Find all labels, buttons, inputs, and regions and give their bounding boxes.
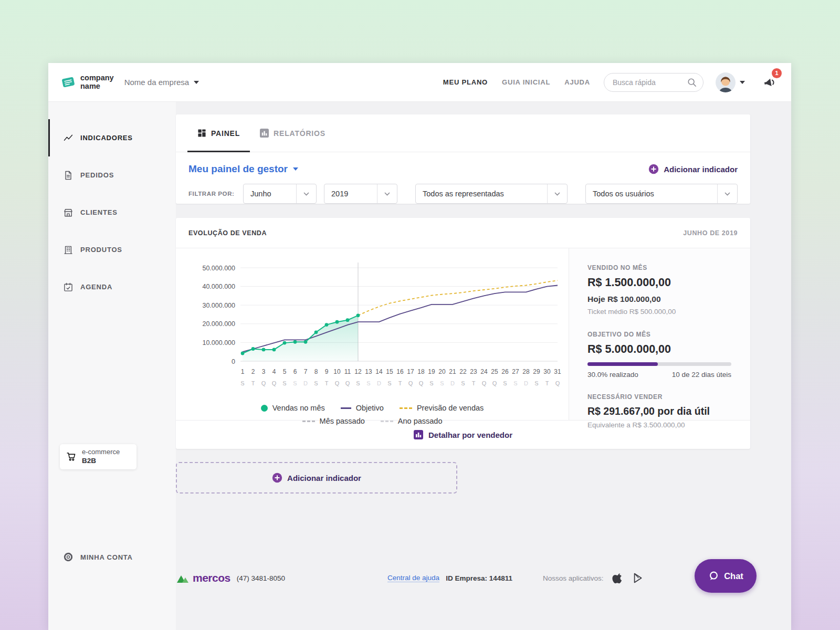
working-days: 10 de 22 dias úteis — [672, 371, 731, 379]
need-value: R$ 291.667,00 por dia útil — [587, 405, 738, 417]
chat-button[interactable]: Chat — [695, 559, 757, 593]
goal-value: R$ 5.000.000,00 — [587, 343, 738, 356]
mercos-mountains-icon — [176, 572, 190, 584]
nav-initial-guide[interactable]: GUIA INICIAL — [502, 78, 550, 86]
legend-label: Objetivo — [356, 404, 384, 412]
google-play-icon[interactable] — [632, 572, 644, 584]
dashboard-title-dropdown[interactable]: Meu painel de gestor — [188, 163, 298, 175]
nav-help[interactable]: AJUDA — [564, 78, 590, 86]
svg-text:2: 2 — [251, 368, 255, 375]
svg-text:15: 15 — [386, 368, 393, 375]
chevron-down-icon — [194, 81, 199, 84]
cart-icon — [66, 452, 77, 462]
sales-card-title: EVOLUÇÃO DE VENDA — [188, 229, 267, 237]
apple-app-icon[interactable] — [612, 572, 624, 584]
svg-text:Q: Q — [555, 380, 560, 386]
svg-text:S: S — [293, 380, 297, 386]
legend-label: Vendas no mês — [272, 404, 325, 412]
filter-label: FILTRAR POR: — [188, 191, 243, 197]
search-icon[interactable] — [687, 78, 697, 87]
sidebar-item-label: MINHA CONTA — [80, 553, 133, 561]
legend-label: Mês passado — [320, 417, 365, 425]
svg-text:S: S — [534, 380, 538, 386]
sold-label: VENDIDO NO MÊS — [587, 264, 738, 271]
chart-legend: Vendas no mês Objetivo Previsão de venda… — [176, 404, 569, 425]
company-selector-label: Nome da empresa — [124, 78, 189, 87]
svg-text:3: 3 — [262, 368, 266, 375]
help-center-link[interactable]: Central de ajuda — [387, 574, 439, 582]
sidebar: INDICADORES PEDIDOS — [48, 101, 176, 630]
avatar — [715, 72, 736, 93]
apps-label: Nossos aplicativos: — [543, 574, 604, 582]
mercos-logo: mercos — [176, 572, 230, 584]
svg-text:27: 27 — [512, 368, 519, 375]
sidebar-item-agenda[interactable]: AGENDA — [48, 268, 176, 306]
goal-label: OBJETIVO DO MÊS — [587, 331, 738, 338]
legend-item-vendas: Vendas no mês — [261, 404, 325, 412]
sidebar-item-clientes[interactable]: CLIENTES — [48, 194, 176, 231]
svg-text:S: S — [282, 380, 286, 386]
svg-text:20.000.000: 20.000.000 — [202, 320, 235, 328]
building-icon — [63, 245, 74, 255]
svg-text:Q: Q — [261, 380, 266, 386]
tab-painel[interactable]: PAINEL — [187, 114, 250, 152]
sold-value: R$ 1.500.000,00 — [587, 276, 738, 289]
top-nav: MEU PLANO GUIA INICIAL AJUDA — [443, 78, 590, 86]
svg-text:17: 17 — [407, 368, 414, 375]
users-select[interactable]: Todos os usuários — [585, 184, 738, 204]
need-block: NECESSÁRIO VENDER R$ 291.667,00 por dia … — [587, 393, 738, 429]
svg-text:S: S — [461, 380, 465, 386]
svg-text:21: 21 — [449, 368, 456, 375]
svg-text:10.000.000: 10.000.000 — [202, 339, 235, 346]
legend-dash-swatch — [302, 421, 315, 422]
page-footer: mercos (47) 3481-8050 Central de ajuda I… — [176, 562, 750, 594]
announcements-button[interactable]: 1 — [761, 74, 779, 91]
legend-label: Ano passado — [398, 417, 443, 425]
sidebar-item-label: PEDIDOS — [80, 171, 114, 179]
sidebar-item-indicadores[interactable]: INDICADORES — [48, 119, 176, 156]
svg-text:5: 5 — [283, 368, 287, 375]
sidebar-item-produtos[interactable]: PRODUTOS — [48, 231, 176, 268]
tab-relatorios[interactable]: RELATÓRIOS — [250, 114, 335, 152]
svg-text:S: S — [513, 380, 517, 386]
svg-text:10: 10 — [333, 368, 341, 375]
goal-block: OBJETIVO DO MÊS R$ 5.000.000,00 30.0% re… — [587, 331, 738, 379]
user-menu[interactable] — [715, 72, 745, 93]
chat-label: Chat — [724, 571, 743, 581]
detail-by-seller-label: Detalhar por vendedor — [428, 430, 512, 439]
representatives-select[interactable]: Todos as representadas — [415, 184, 568, 204]
sales-card-period: JUNHO DE 2019 — [683, 229, 738, 237]
svg-text:S: S — [429, 380, 433, 386]
sidebar-item-pedidos[interactable]: PEDIDOS — [48, 156, 176, 194]
add-indicator-dashed-box[interactable]: Adicionar indicador — [176, 462, 457, 494]
bar-chart-icon — [260, 129, 269, 138]
goal-realized: 30.0% realizado — [587, 371, 638, 379]
page-title: Meu painel de gestor — [188, 163, 288, 175]
svg-text:31: 31 — [554, 368, 561, 375]
store-icon — [63, 207, 74, 218]
add-indicator-button[interactable]: Adicionar indicador — [648, 164, 738, 174]
svg-text:S: S — [503, 380, 507, 386]
legend-dot-swatch — [261, 405, 268, 412]
chevron-down-icon — [293, 167, 298, 171]
svg-text:28: 28 — [522, 368, 530, 375]
sidebar-item-minha-conta[interactable]: MINHA CONTA — [63, 552, 133, 562]
goal-progress-bar — [587, 362, 731, 366]
add-indicator-label: Adicionar indicador — [287, 474, 361, 482]
month-select-value: Junho — [244, 190, 296, 198]
svg-text:0: 0 — [232, 358, 235, 365]
svg-text:40.000.000: 40.000.000 — [202, 283, 235, 290]
sales-card-header: EVOLUÇÃO DE VENDA JUNHO DE 2019 — [176, 218, 750, 248]
svg-text:1: 1 — [241, 368, 245, 375]
legend-item-mes-passado: Mês passado — [302, 417, 365, 425]
svg-text:S: S — [387, 380, 391, 386]
year-select[interactable]: 2019 — [324, 184, 397, 204]
play-triangle-icon — [632, 572, 644, 584]
apple-icon — [612, 572, 624, 584]
ecommerce-b2b-card[interactable]: e-commerce B2B — [60, 444, 136, 469]
app-window: company name Nome da empresa MEU PLANO G… — [48, 63, 791, 630]
company-selector[interactable]: Nome da empresa — [124, 78, 199, 87]
nav-my-plan[interactable]: MEU PLANO — [443, 78, 488, 86]
svg-text:Q: Q — [335, 380, 340, 386]
month-select[interactable]: Junho — [243, 184, 317, 204]
